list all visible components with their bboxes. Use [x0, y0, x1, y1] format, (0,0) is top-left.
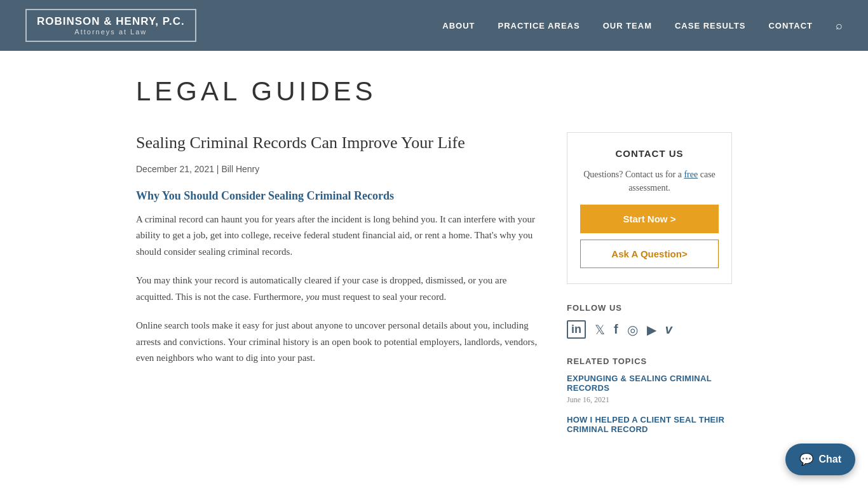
logo-subtitle: Attorneys at Law — [74, 28, 147, 36]
facebook-icon[interactable]: f — [614, 322, 618, 337]
site-header: ROBINSON & HENRY, P.C. Attorneys at Law … — [0, 0, 868, 51]
italic-you: you — [306, 292, 320, 302]
nav-about[interactable]: ABOUT — [442, 21, 475, 30]
vimeo-icon[interactable]: v — [665, 322, 672, 337]
article: Sealing Criminal Records Can Improve You… — [136, 132, 541, 379]
logo-name: ROBINSON & HENRY, P.C. — [37, 15, 185, 28]
related-topic-title-2[interactable]: HOW I HELPED A CLIENT SEAL THEIR CRIMINA… — [567, 415, 732, 434]
related-topics-section: RELATED TOPICS EXPUNGING & SEALING CRIMI… — [567, 356, 732, 434]
main-layout: Sealing Criminal Records Can Improve You… — [0, 119, 868, 462]
contact-text-before: Questions? Contact us for a — [583, 170, 682, 179]
page-title-area: LEGAL GUIDES — [0, 51, 868, 119]
search-icon[interactable]: ⌕ — [836, 19, 843, 32]
logo[interactable]: ROBINSON & HENRY, P.C. Attorneys at Law — [25, 9, 196, 42]
youtube-icon[interactable]: ▶ — [647, 322, 656, 337]
related-topic-date-1: June 16, 2021 — [567, 395, 732, 405]
main-nav: ABOUT PRACTICE AREAS OUR TEAM CASE RESUL… — [442, 19, 843, 32]
contact-box: CONTACT US Questions? Contact us for a f… — [567, 132, 732, 284]
ask-question-button[interactable]: Ask A Question> — [580, 240, 719, 268]
nav-our-team[interactable]: OUR TEAM — [603, 21, 652, 30]
chat-label: Chat — [818, 454, 841, 462]
chat-button[interactable]: 💬 Chat — [785, 444, 855, 462]
free-link[interactable]: free — [684, 170, 698, 179]
nav-case-results[interactable]: CASE RESULTS — [675, 21, 745, 30]
linkedin-icon[interactable]: in — [567, 320, 586, 339]
related-topic-title-1[interactable]: EXPUNGING & SEALING CRIMINAL RECORDS — [567, 374, 732, 393]
follow-label: FOLLOW US — [567, 303, 732, 313]
related-topic-2: HOW I HELPED A CLIENT SEAL THEIR CRIMINA… — [567, 415, 732, 434]
page-title: LEGAL GUIDES — [136, 76, 732, 107]
contact-box-text: Questions? Contact us for a free case as… — [580, 168, 719, 194]
start-now-button[interactable]: Start Now > — [580, 205, 719, 233]
instagram-icon[interactable]: ◎ — [627, 322, 638, 337]
related-topics-label: RELATED TOPICS — [567, 356, 732, 366]
contact-box-title: CONTACT US — [580, 148, 719, 159]
article-title: Sealing Criminal Records Can Improve You… — [136, 132, 541, 154]
article-para-3: Online search tools make it easy for jus… — [136, 318, 541, 367]
article-para-2: You may think your record is automatical… — [136, 273, 541, 305]
sidebar: CONTACT US Questions? Contact us for a f… — [567, 132, 732, 437]
article-meta: December 21, 2021 | Bill Henry — [136, 164, 541, 174]
chat-bubble-icon: 💬 — [799, 452, 813, 462]
article-section-title: Why You Should Consider Sealing Criminal… — [136, 189, 541, 203]
nav-practice-areas[interactable]: PRACTICE AREAS — [498, 21, 580, 30]
twitter-icon[interactable]: 𝕏 — [595, 322, 605, 337]
related-topic-1: EXPUNGING & SEALING CRIMINAL RECORDS Jun… — [567, 374, 732, 405]
article-para-1: A criminal record can haunt you for year… — [136, 212, 541, 261]
nav-contact[interactable]: CONTACT — [768, 21, 813, 30]
social-icons: in 𝕏 f ◎ ▶ v — [567, 320, 732, 339]
follow-section: FOLLOW US in 𝕏 f ◎ ▶ v — [567, 303, 732, 339]
